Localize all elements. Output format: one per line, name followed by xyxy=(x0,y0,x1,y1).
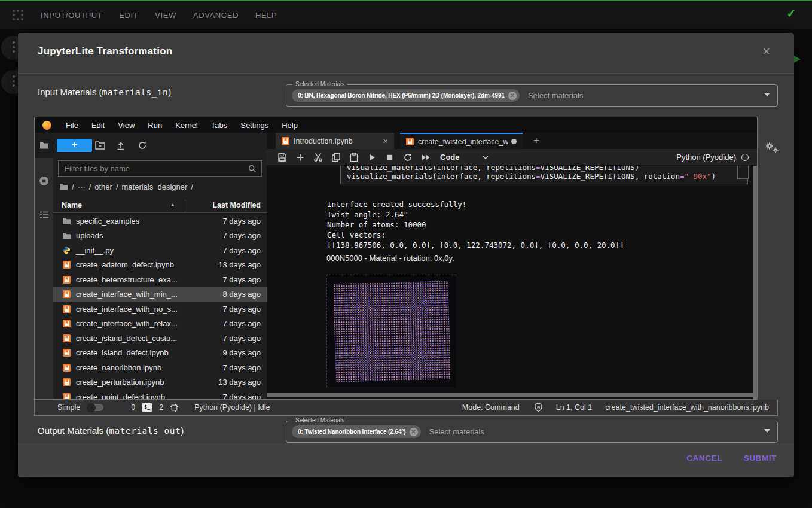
select-materials-placeholder: Select materials xyxy=(429,427,484,436)
app-grid-icon[interactable] xyxy=(13,10,23,20)
kernel-status-icon[interactable] xyxy=(741,154,749,161)
file-filter-input[interactable] xyxy=(59,161,261,176)
file-row[interactable]: __init__.py7 days ago xyxy=(53,243,267,258)
jlab-menu-edit[interactable]: Edit xyxy=(91,121,105,130)
simple-mode-toggle[interactable] xyxy=(87,404,103,411)
file-row[interactable]: create_heterostructure_exa...7 days ago xyxy=(53,272,267,287)
table-of-contents-tab-icon[interactable] xyxy=(39,209,49,220)
notebook-content[interactable]: visualize_materials(interface, repetitio… xyxy=(267,166,753,393)
breadcrumb-segment[interactable]: other xyxy=(94,182,112,191)
upload-icon[interactable] xyxy=(116,141,126,151)
command-mode-label[interactable]: Mode: Command xyxy=(462,403,520,412)
new-tab-button[interactable]: + xyxy=(529,135,544,147)
kernel-status-label[interactable]: Python (Pyodide) | Idle xyxy=(194,403,270,412)
jlab-menu-settings[interactable]: Settings xyxy=(240,121,268,130)
cell-toolbar-button[interactable] xyxy=(737,166,749,179)
jlab-menu-view[interactable]: View xyxy=(118,121,135,130)
check-icon[interactable]: ✓ xyxy=(786,6,796,20)
code-line: visualize_materials(interface, repetitio… xyxy=(347,172,747,181)
run-icon[interactable] xyxy=(367,153,377,162)
menu-item-view[interactable]: VIEW xyxy=(155,11,176,20)
tab-introduction[interactable]: Introduction.ipynb × xyxy=(276,133,394,149)
cell-type-select[interactable]: Code xyxy=(440,153,460,162)
material-chip[interactable]: 0: BN, Hexagonal Boron Nitride, HEX (P6/… xyxy=(292,89,520,102)
column-header-modified[interactable]: Last Modified xyxy=(212,201,261,209)
file-row[interactable]: uploads7 days ago xyxy=(53,229,267,244)
close-icon[interactable]: × xyxy=(762,45,770,58)
breadcrumb-sep: / xyxy=(89,182,91,191)
file-row[interactable]: create_perturbation.ipynb13 days ago xyxy=(53,375,267,390)
file-row[interactable]: create_island_defect_custo...7 days ago xyxy=(53,331,267,346)
run-all-icon[interactable] xyxy=(421,153,431,162)
restart-kernel-icon[interactable] xyxy=(403,153,413,162)
file-name: create_island_defect.ipynb xyxy=(76,348,169,357)
file-browser-tab-icon[interactable] xyxy=(39,140,49,150)
cut-icon[interactable] xyxy=(313,153,323,162)
menu-item-help[interactable]: HELP xyxy=(255,11,277,20)
column-divider xyxy=(185,200,185,212)
chevron-down-icon[interactable] xyxy=(481,153,490,162)
file-row[interactable]: create_interface_with_no_s...7 days ago xyxy=(53,302,267,317)
output-line: Number of atoms: 10000 xyxy=(327,220,426,229)
terminal-icon[interactable]: $_ xyxy=(142,403,152,412)
jlab-menu-run[interactable]: Run xyxy=(148,121,162,130)
home-folder-icon[interactable] xyxy=(59,183,68,190)
file-modified: 7 days ago xyxy=(222,231,261,240)
simple-mode-label: Simple xyxy=(57,403,80,412)
file-row[interactable]: create_interface_with_min_...8 days ago xyxy=(53,287,267,302)
vertical-scrollbar[interactable] xyxy=(753,166,757,399)
copy-icon[interactable] xyxy=(331,153,341,162)
jupyter-logo-icon xyxy=(42,121,51,130)
input-materials-label: Input Materials (materials_in) xyxy=(38,87,171,97)
chevron-down-icon[interactable] xyxy=(764,93,770,96)
code-cell[interactable]: visualize_materials(interface, repetitio… xyxy=(340,166,748,184)
file-row[interactable]: create_interface_with_relax...7 days ago xyxy=(53,317,267,331)
menu-item-advanced[interactable]: ADVANCED xyxy=(193,11,239,20)
cancel-button[interactable]: CANCEL xyxy=(686,454,722,463)
menu-item-edit[interactable]: EDIT xyxy=(119,11,138,20)
lattice-plot-canvas xyxy=(328,276,456,387)
new-launcher-button[interactable]: + xyxy=(57,139,92,152)
jlab-menu-tabs[interactable]: Tabs xyxy=(211,121,227,130)
file-name: create_heterostructure_exa... xyxy=(76,275,178,284)
file-row[interactable]: create_point_defect.ipynb7 days ago xyxy=(53,390,267,399)
tab-close-icon[interactable]: × xyxy=(378,136,388,146)
kernel-name-label[interactable]: Python (Pyodide) xyxy=(676,153,736,162)
add-cell-icon[interactable] xyxy=(295,153,305,162)
stop-icon[interactable] xyxy=(385,153,395,162)
new-folder-icon[interactable] xyxy=(95,141,105,151)
settings-gears-icon[interactable] xyxy=(764,141,780,154)
file-row[interactable]: create_adatom_defect.ipynb13 days ago xyxy=(53,258,267,273)
chip-remove-icon[interactable]: ✕ xyxy=(508,92,517,100)
jlab-menu-help[interactable]: Help xyxy=(282,121,298,130)
material-visualization[interactable] xyxy=(326,275,456,387)
kernel-chip-icon[interactable] xyxy=(170,403,179,412)
breadcrumb-segment[interactable]: materials_designer xyxy=(122,182,188,191)
menu-item-input-output[interactable]: INPUT/OUTPUT xyxy=(41,11,102,20)
jlab-menu-kernel[interactable]: Kernel xyxy=(175,121,198,130)
material-chip-label: 0: BN, Hexagonal Boron Nitride, HEX (P6/… xyxy=(298,92,505,99)
material-chip[interactable]: 0: Twisted Nanoribbon Interface (2.64°) … xyxy=(292,425,421,438)
paste-icon[interactable] xyxy=(349,153,359,162)
chip-remove-icon[interactable]: ✕ xyxy=(410,428,418,436)
output-materials-select[interactable]: Selected Materials 0: Twisted Nanoribbon… xyxy=(286,421,778,443)
chevron-down-icon[interactable] xyxy=(764,429,770,433)
horizontal-scrollbar[interactable] xyxy=(267,393,753,397)
column-header-name[interactable]: Name xyxy=(62,201,82,209)
file-row[interactable]: create_nanoribbon.ipynb7 days ago xyxy=(53,360,267,375)
running-kernels-tab-icon[interactable] xyxy=(39,176,49,186)
save-icon[interactable] xyxy=(277,153,287,162)
file-modified: 7 days ago xyxy=(222,217,261,226)
file-row[interactable]: specific_examples7 days ago xyxy=(53,214,267,229)
active-filename-label: create_twisted_interface_with_nanoribbon… xyxy=(605,403,769,412)
submit-button[interactable]: SUBMIT xyxy=(744,454,777,463)
file-row[interactable]: create_island_defect.ipynb9 days ago xyxy=(53,346,267,361)
breadcrumb-ellipsis[interactable]: ⋯ xyxy=(78,182,86,191)
refresh-icon[interactable] xyxy=(138,141,148,151)
jlab-menu-file[interactable]: File xyxy=(66,121,78,130)
cursor-position-label[interactable]: Ln 1, Col 1 xyxy=(556,403,592,412)
untrusted-shield-icon[interactable] xyxy=(534,403,543,412)
tab-create-twisted-interface[interactable]: create_twisted_interface_w xyxy=(400,133,523,149)
input-materials-select[interactable]: Selected Materials 0: BN, Hexagonal Boro… xyxy=(286,84,778,107)
jlab-statusbar: Simple 0 $_ 2 Python (Pyodide) | Idle Mo… xyxy=(34,400,778,416)
